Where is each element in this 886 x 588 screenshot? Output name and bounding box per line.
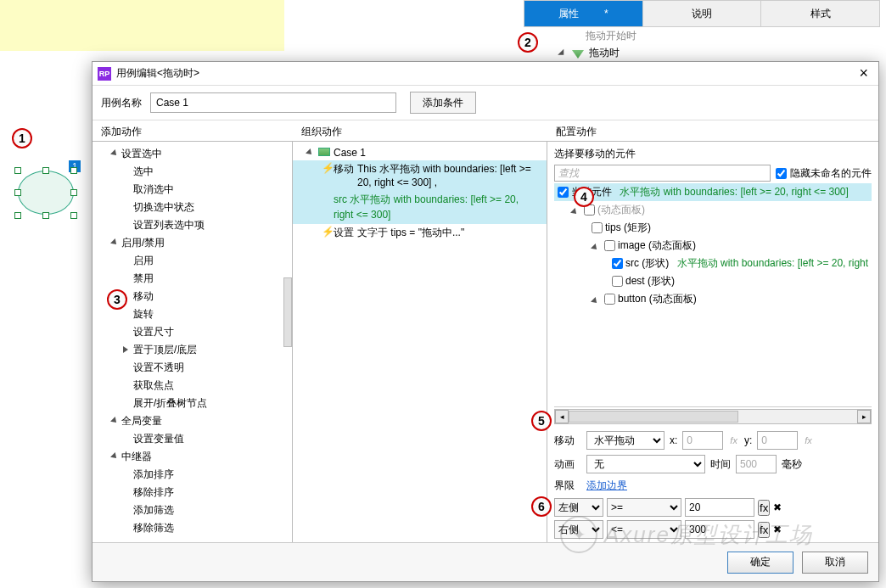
- action-expand-tree[interactable]: 展开/折叠树节点: [93, 395, 292, 412]
- cfg-hide-unnamed-checkbox[interactable]: [776, 168, 787, 179]
- boundary-delete-icon[interactable]: ✖: [773, 524, 782, 535]
- cfg-check-src[interactable]: [612, 258, 623, 269]
- shape-ellipse[interactable]: [18, 171, 74, 215]
- cfg-check-current[interactable]: [558, 187, 569, 198]
- event-row-prev[interactable]: 拖动开始时: [543, 27, 849, 44]
- tab-description[interactable]: 说明: [643, 1, 762, 26]
- action-add-filter[interactable]: 添加筛选: [93, 501, 292, 519]
- cancel-button[interactable]: 取消: [802, 552, 868, 574]
- cfg-widget-tree[interactable]: 当前元件 水平拖动 with boundaries: [left >= 20, …: [554, 183, 872, 407]
- case-name-input[interactable]: [150, 92, 396, 113]
- action-set-var[interactable]: 设置变量值: [93, 430, 292, 448]
- cfg-check[interactable]: [592, 222, 603, 233]
- ok-button[interactable]: 确定: [727, 552, 793, 574]
- add-action-column[interactable]: 设置选中 选中 取消选中 切换选中状态 设置列表选中项 启用/禁用 启用 禁用 …: [93, 142, 293, 542]
- close-icon[interactable]: ×: [854, 64, 873, 82]
- boundary-op-select[interactable]: >=: [607, 498, 681, 517]
- cfg-item-button-dp[interactable]: button (动态面板): [554, 290, 872, 308]
- time-label: 时间: [710, 457, 731, 472]
- action-toggle-selected[interactable]: 切换选中状态: [93, 199, 292, 216]
- action-remove-sort[interactable]: 移除排序: [93, 484, 292, 501]
- action-set-size[interactable]: 设置尺寸: [93, 323, 292, 341]
- boundary-row-1: 左侧 >= fx ✖: [554, 498, 872, 517]
- bolt-icon: ⚡: [322, 162, 332, 174]
- action-bring[interactable]: 置于顶层/底层: [93, 341, 292, 359]
- tab-style[interactable]: 样式: [761, 1, 879, 26]
- organize-action-column[interactable]: Case 1 ⚡ 移动 This 水平拖动 with boundaries: […: [293, 142, 547, 542]
- action-add-sort[interactable]: 添加排序: [93, 466, 292, 484]
- resize-handle[interactable]: [42, 212, 49, 219]
- cfg-item-current[interactable]: 当前元件 水平拖动 with boundaries: [left >= 20, …: [554, 183, 872, 201]
- boundary-delete-icon[interactable]: ✖: [773, 501, 782, 513]
- event-row-drag[interactable]: 拖动时: [543, 44, 849, 61]
- column-headers: 添加动作 组织动作 配置动作: [93, 120, 878, 142]
- resize-handle[interactable]: [42, 167, 49, 174]
- cfg-tree-hscroll[interactable]: ◂ ▸: [554, 409, 872, 424]
- org-action-move[interactable]: ⚡ 移动 This 水平拖动 with boundaries: [left >=…: [293, 160, 547, 190]
- action-opacity[interactable]: 设置不透明: [93, 359, 292, 377]
- resize-handle[interactable]: [70, 189, 77, 196]
- col-header-cfg: 配置动作: [547, 120, 878, 141]
- boundary-side-select[interactable]: 右侧: [554, 520, 603, 539]
- resize-handle[interactable]: [14, 212, 21, 219]
- boundary-op-select[interactable]: <=: [607, 520, 681, 539]
- cfg-item-dest[interactable]: dest (形状): [554, 272, 872, 290]
- resize-handle[interactable]: [70, 212, 77, 219]
- cfg-y-input[interactable]: [757, 431, 798, 450]
- action-disable[interactable]: 禁用: [93, 270, 292, 288]
- org-case-node[interactable]: Case 1: [293, 145, 547, 160]
- boundary-value-input[interactable]: [685, 498, 754, 517]
- add-condition-button[interactable]: 添加条件: [410, 92, 476, 114]
- events-panel: 拖动开始时 拖动时: [543, 27, 849, 63]
- org-action-set[interactable]: ⚡ 设置 文字于 tips = "拖动中...": [293, 224, 547, 242]
- cfg-hide-unnamed[interactable]: 隐藏未命名的元件: [776, 166, 872, 181]
- boundary-fx-button[interactable]: fx: [758, 522, 770, 538]
- resize-handle[interactable]: [70, 167, 77, 174]
- action-group-globals[interactable]: 全局变量: [93, 412, 292, 430]
- resize-handle[interactable]: [14, 167, 21, 174]
- selected-shape[interactable]: 1: [13, 165, 79, 220]
- cfg-item-image-dp[interactable]: image (动态面板): [554, 237, 872, 255]
- cfg-anim-label: 动画: [554, 457, 581, 472]
- action-group-repeater[interactable]: 中继器: [93, 448, 292, 466]
- axure-rp-icon: RP: [98, 67, 111, 81]
- cfg-add-bounds-link[interactable]: 添加边界: [586, 479, 627, 493]
- action-group-set-selected[interactable]: 设置选中: [93, 145, 292, 163]
- cfg-anim-select[interactable]: 无: [586, 455, 705, 473]
- scroll-track[interactable]: [569, 411, 857, 423]
- dialog-columns: 设置选中 选中 取消选中 切换选中状态 设置列表选中项 启用/禁用 启用 禁用 …: [93, 142, 878, 542]
- action-deselect[interactable]: 取消选中: [93, 181, 292, 199]
- cfg-check[interactable]: [604, 294, 615, 305]
- cfg-search-input[interactable]: [554, 165, 771, 182]
- action-group-enable[interactable]: 启用/禁用: [93, 234, 292, 252]
- cfg-check[interactable]: [604, 240, 615, 251]
- bolt-icon: ⚡: [322, 226, 332, 238]
- configure-action-column: 选择要移动的元件 隐藏未命名的元件 当前元件 水平拖动 with boundar…: [547, 142, 878, 542]
- boundary-side-select[interactable]: 左侧: [554, 498, 603, 517]
- action-remove-filter[interactable]: 移除筛选: [93, 519, 292, 537]
- scroll-left-button[interactable]: ◂: [555, 410, 569, 423]
- action-selected[interactable]: 选中: [93, 163, 292, 181]
- cfg-check[interactable]: [612, 276, 623, 287]
- cfg-move-type-select[interactable]: 水平拖动: [586, 431, 664, 450]
- action-enable[interactable]: 启用: [93, 252, 292, 270]
- cfg-x-input[interactable]: [682, 431, 723, 450]
- boundary-fx-button[interactable]: fx: [758, 500, 770, 516]
- col-header-add: 添加动作: [93, 120, 293, 141]
- cfg-item-dp-root[interactable]: (动态面板): [554, 201, 872, 219]
- action-focus[interactable]: 获取焦点: [93, 377, 292, 395]
- cfg-time-input[interactable]: [736, 455, 777, 473]
- dialog-footer: 确定 取消: [93, 542, 878, 581]
- cfg-item-tips[interactable]: tips (矩形): [554, 219, 872, 237]
- annotation-3: 3: [107, 289, 127, 310]
- event-flag-icon: [572, 50, 584, 59]
- resize-handle[interactable]: [14, 189, 21, 196]
- scroll-thumb[interactable]: [569, 411, 738, 423]
- tab-attributes[interactable]: 属性*: [524, 1, 643, 26]
- cfg-bounds-label: 界限: [554, 479, 581, 493]
- action-set-list-selected[interactable]: 设置列表选中项: [93, 216, 292, 234]
- canvas-yellow-bg: [0, 0, 284, 51]
- cfg-item-src[interactable]: src (形状) 水平拖动 with boundaries: [left >= …: [554, 255, 872, 272]
- scroll-right-button[interactable]: ▸: [857, 410, 871, 423]
- boundary-value-input[interactable]: [685, 520, 754, 539]
